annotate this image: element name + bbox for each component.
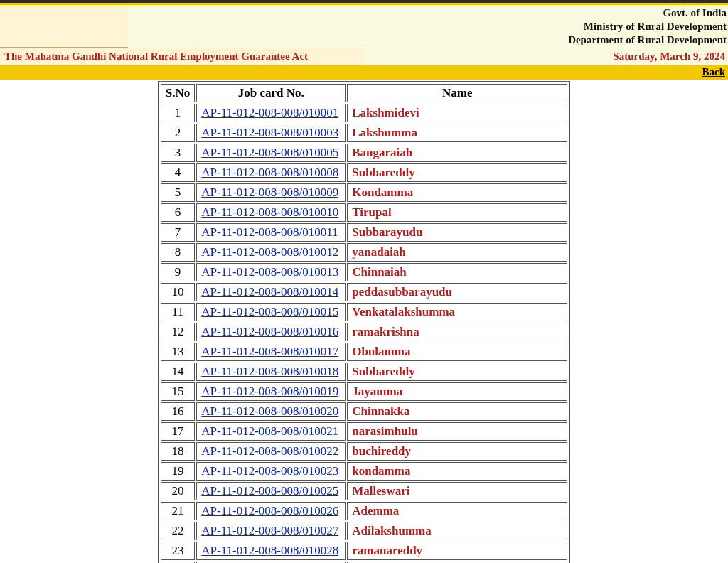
job-card-link[interactable]: AP-11-012-008-008/010026 [201,504,338,518]
cell-sno: 7 [161,223,195,242]
name-text: Subbareddy [352,166,415,179]
table-row: 21AP-11-012-008-008/010026Ademma [161,502,567,520]
job-card-link[interactable]: AP-11-012-008-008/010027 [201,524,338,537]
table-row: 18AP-11-012-008-008/010022buchireddy [161,442,567,461]
cell-name: peddasubbarayudu [347,283,567,301]
job-card-link[interactable]: AP-11-012-008-008/010015 [201,305,338,318]
table-row: 3AP-11-012-008-008/010005Bangaraiah [161,144,567,162]
job-card-link[interactable]: AP-11-012-008-008/010025 [201,484,338,498]
table-row: 22AP-11-012-008-008/010027Adilakshumma [161,522,567,540]
cell-sno: 18 [161,442,195,461]
job-card-link[interactable]: AP-11-012-008-008/010008 [201,166,338,179]
cell-card: AP-11-012-008-008/010022 [196,442,346,461]
job-card-link[interactable]: AP-11-012-008-008/010020 [201,404,338,418]
job-card-link[interactable]: AP-11-012-008-008/010014 [201,285,338,299]
job-card-link[interactable]: AP-11-012-008-008/010005 [201,146,338,159]
cell-name: Jayamma [347,382,567,401]
job-card-link[interactable]: AP-11-012-008-008/010012 [201,245,338,259]
table-row: 20AP-11-012-008-008/010025Malleswari [161,482,567,500]
job-card-link[interactable]: AP-11-012-008-008/010010 [201,205,338,219]
job-card-link[interactable]: AP-11-012-008-008/010022 [201,444,338,458]
table-row: 6AP-11-012-008-008/010010Tirupal [161,203,567,222]
cell-sno: 12 [161,323,195,341]
cell-card: AP-11-012-008-008/010016 [196,323,346,341]
cell-card: AP-11-012-008-008/010009 [196,183,346,202]
cell-sno: 2 [161,124,195,142]
cell-sno: 6 [161,203,195,222]
cell-sno: 11 [161,303,195,321]
cell-name: Venkatalakshumma [347,303,567,321]
header-name: Name [347,84,567,102]
table-row: 17AP-11-012-008-008/010021narasimhulu [161,422,567,441]
name-text: Adilakshumma [352,524,431,537]
name-text: Subbarayudu [352,225,422,239]
cell-name: Ademma [347,502,567,520]
job-card-link[interactable]: AP-11-012-008-008/010018 [201,365,338,378]
cell-name: Chinnakka [347,402,567,421]
name-text: ramakrishna [352,325,419,338]
cell-card: AP-11-012-008-008/010017 [196,343,346,361]
act-title: The Mahatma Gandhi National Rural Employ… [0,48,365,65]
cell-sno: 5 [161,183,195,202]
table-row: 2AP-11-012-008-008/010003Lakshumma [161,124,567,142]
job-card-link[interactable]: AP-11-012-008-008/010003 [201,126,338,139]
gov-line-2: Ministry of Rural Development [128,20,727,33]
cell-card: AP-11-012-008-008/010026 [196,502,346,520]
job-card-link[interactable]: AP-11-012-008-008/010016 [201,325,338,338]
name-text: Chinnaiah [352,265,407,279]
cell-name: Bangaraiah [347,144,567,162]
gov-line-3: Department of Rural Development [128,33,727,47]
name-text: ramanareddy [352,544,422,557]
name-text: Lakshumma [352,126,417,139]
name-text: Ademma [352,504,399,518]
name-text: Malleswari [352,484,410,498]
cell-name: ramakrishna [347,323,567,341]
job-card-link[interactable]: AP-11-012-008-008/010001 [201,106,338,119]
cell-card: AP-11-012-008-008/010005 [196,144,346,162]
cell-name: Subbareddy [347,163,567,182]
cell-sno: 10 [161,283,195,301]
cell-card: AP-11-012-008-008/010023 [196,462,346,481]
cell-card: AP-11-012-008-008/010018 [196,363,346,381]
cell-name: Adilakshumma [347,522,567,540]
cell-sno: 20 [161,482,195,500]
cell-name: Lakshumma [347,124,567,142]
cell-card: AP-11-012-008-008/010027 [196,522,346,540]
cell-card: AP-11-012-008-008/010021 [196,422,346,441]
job-card-link[interactable]: AP-11-012-008-008/010017 [201,345,338,358]
gov-header-left [0,5,128,48]
job-card-link[interactable]: AP-11-012-008-008/010021 [201,424,338,438]
job-card-link[interactable]: AP-11-012-008-008/010019 [201,385,338,398]
content-area: S.No Job card No. Name 1AP-11-012-008-00… [0,80,728,563]
gov-header-right: Govt. of India Ministry of Rural Develop… [128,5,728,48]
table-header-row: S.No Job card No. Name [161,84,567,102]
header-sno: S.No [161,84,195,102]
cell-name: narasimhulu [347,422,567,441]
cell-sno: 8 [161,243,195,262]
table-row: 1AP-11-012-008-008/010001Lakshmidevi [161,104,567,122]
back-link[interactable]: Back [702,66,725,77]
table-row: 10AP-11-012-008-008/010014peddasubbarayu… [161,283,567,301]
name-text: narasimhulu [352,424,418,438]
table-row: 15AP-11-012-008-008/010019Jayamma [161,382,567,401]
job-card-link[interactable]: AP-11-012-008-008/010011 [201,225,338,239]
name-text: Jayamma [352,385,402,398]
job-card-link[interactable]: AP-11-012-008-008/010013 [201,265,338,279]
name-text: Chinnakka [352,404,410,418]
cell-name: Malleswari [347,482,567,500]
cell-card: AP-11-012-008-008/010019 [196,382,346,401]
cell-name: Tirupal [347,203,567,222]
cell-card: AP-11-012-008-008/010011 [196,223,346,242]
job-card-link[interactable]: AP-11-012-008-008/010028 [201,544,338,557]
table-row: 23AP-11-012-008-008/010028ramanareddy [161,542,567,560]
gov-header: Govt. of India Ministry of Rural Develop… [0,5,728,48]
name-text: buchireddy [352,444,411,458]
job-card-link[interactable]: AP-11-012-008-008/010023 [201,464,338,478]
table-row: 12AP-11-012-008-008/010016ramakrishna [161,323,567,341]
cell-card: AP-11-012-008-008/010020 [196,402,346,421]
job-card-link[interactable]: AP-11-012-008-008/010009 [201,186,338,199]
cell-card: AP-11-012-008-008/010014 [196,283,346,301]
cell-card: AP-11-012-008-008/010001 [196,104,346,122]
table-row: 16AP-11-012-008-008/010020Chinnakka [161,402,567,421]
cell-sno: 19 [161,462,195,481]
